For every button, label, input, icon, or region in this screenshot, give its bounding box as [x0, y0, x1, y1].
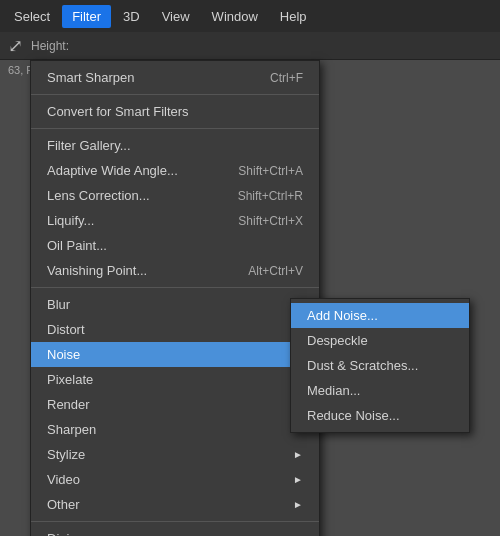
menu-item-filter-gallery-label: Filter Gallery...	[47, 138, 303, 153]
menu-item-vanishing-point-label: Vanishing Point...	[47, 263, 218, 278]
submenu-item-median[interactable]: Median...	[291, 378, 469, 403]
submenu-item-dust-scratches[interactable]: Dust & Scratches...	[291, 353, 469, 378]
menu-help[interactable]: Help	[270, 5, 317, 28]
menu-item-lens-correction[interactable]: Lens Correction... Shift+Ctrl+R	[31, 183, 319, 208]
menu-filter[interactable]: Filter	[62, 5, 111, 28]
menu-item-digimarc-label: Digimarc	[47, 531, 293, 536]
submenu-item-despeckle[interactable]: Despeckle	[291, 328, 469, 353]
menu-item-liquify[interactable]: Liquify... Shift+Ctrl+X	[31, 208, 319, 233]
menu-item-smart-sharpen-shortcut: Ctrl+F	[270, 71, 303, 85]
menu-item-other-label: Other	[47, 497, 293, 512]
menu-bar: Select Filter 3D View Window Help	[0, 0, 500, 32]
height-label: Height:	[31, 39, 69, 53]
menu-select[interactable]: Select	[4, 5, 60, 28]
stylize-submenu-arrow: ►	[293, 449, 303, 460]
menu-item-distort-label: Distort	[47, 322, 293, 337]
menu-3d[interactable]: 3D	[113, 5, 150, 28]
menu-item-lens-correction-label: Lens Correction...	[47, 188, 208, 203]
separator-4	[31, 521, 319, 522]
submenu-item-add-noise-label: Add Noise...	[307, 308, 378, 323]
menu-item-vanishing-point-shortcut: Alt+Ctrl+V	[248, 264, 303, 278]
menu-item-blur-label: Blur	[47, 297, 293, 312]
submenu-item-add-noise[interactable]: Add Noise...	[291, 303, 469, 328]
menu-item-sharpen-label: Sharpen	[47, 422, 293, 437]
other-submenu-arrow: ►	[293, 499, 303, 510]
menu-view[interactable]: View	[152, 5, 200, 28]
submenu-item-reduce-noise[interactable]: Reduce Noise...	[291, 403, 469, 428]
menu-item-stylize-label: Stylize	[47, 447, 293, 462]
submenu-item-despeckle-label: Despeckle	[307, 333, 368, 348]
menu-item-pixelate-label: Pixelate	[47, 372, 293, 387]
menu-item-sharpen[interactable]: Sharpen ►	[31, 417, 319, 442]
menu-item-oil-paint-label: Oil Paint...	[47, 238, 303, 253]
menu-item-distort[interactable]: Distort ►	[31, 317, 319, 342]
menu-item-smart-sharpen-label: Smart Sharpen	[47, 70, 240, 85]
separator-1	[31, 94, 319, 95]
main-area: 63, RGB/ Smart Sharpen Ctrl+F Convert fo…	[0, 60, 500, 536]
menu-item-render[interactable]: Render ►	[31, 392, 319, 417]
menu-item-noise-label: Noise	[47, 347, 293, 362]
menu-item-video-label: Video	[47, 472, 293, 487]
menu-item-digimarc[interactable]: Digimarc ►	[31, 526, 319, 536]
menu-item-vanishing-point[interactable]: Vanishing Point... Alt+Ctrl+V	[31, 258, 319, 283]
noise-submenu: Add Noise... Despeckle Dust & Scratches.…	[290, 298, 470, 433]
menu-item-liquify-label: Liquify...	[47, 213, 208, 228]
menu-item-video[interactable]: Video ►	[31, 467, 319, 492]
menu-item-adaptive-wide-shortcut: Shift+Ctrl+A	[238, 164, 303, 178]
menu-item-adaptive-wide[interactable]: Adaptive Wide Angle... Shift+Ctrl+A	[31, 158, 319, 183]
menu-item-convert-smart-label: Convert for Smart Filters	[47, 104, 303, 119]
menu-item-convert-smart[interactable]: Convert for Smart Filters	[31, 99, 319, 124]
menu-item-blur[interactable]: Blur ►	[31, 292, 319, 317]
menu-item-pixelate[interactable]: Pixelate ►	[31, 367, 319, 392]
menu-item-filter-gallery[interactable]: Filter Gallery...	[31, 133, 319, 158]
submenu-item-dust-scratches-label: Dust & Scratches...	[307, 358, 418, 373]
menu-item-other[interactable]: Other ►	[31, 492, 319, 517]
filter-dropdown: Smart Sharpen Ctrl+F Convert for Smart F…	[30, 60, 320, 536]
toolbar: ⤢ Height:	[0, 32, 500, 60]
menu-item-smart-sharpen[interactable]: Smart Sharpen Ctrl+F	[31, 65, 319, 90]
menu-item-oil-paint[interactable]: Oil Paint...	[31, 233, 319, 258]
menu-window[interactable]: Window	[202, 5, 268, 28]
submenu-item-median-label: Median...	[307, 383, 360, 398]
video-submenu-arrow: ►	[293, 474, 303, 485]
menu-item-noise[interactable]: Noise ►	[31, 342, 319, 367]
menu-item-render-label: Render	[47, 397, 293, 412]
separator-2	[31, 128, 319, 129]
separator-3	[31, 287, 319, 288]
menu-item-liquify-shortcut: Shift+Ctrl+X	[238, 214, 303, 228]
move-icon: ⤢	[8, 35, 23, 57]
menu-item-adaptive-wide-label: Adaptive Wide Angle...	[47, 163, 208, 178]
menu-item-lens-correction-shortcut: Shift+Ctrl+R	[238, 189, 303, 203]
submenu-item-reduce-noise-label: Reduce Noise...	[307, 408, 400, 423]
menu-item-stylize[interactable]: Stylize ►	[31, 442, 319, 467]
